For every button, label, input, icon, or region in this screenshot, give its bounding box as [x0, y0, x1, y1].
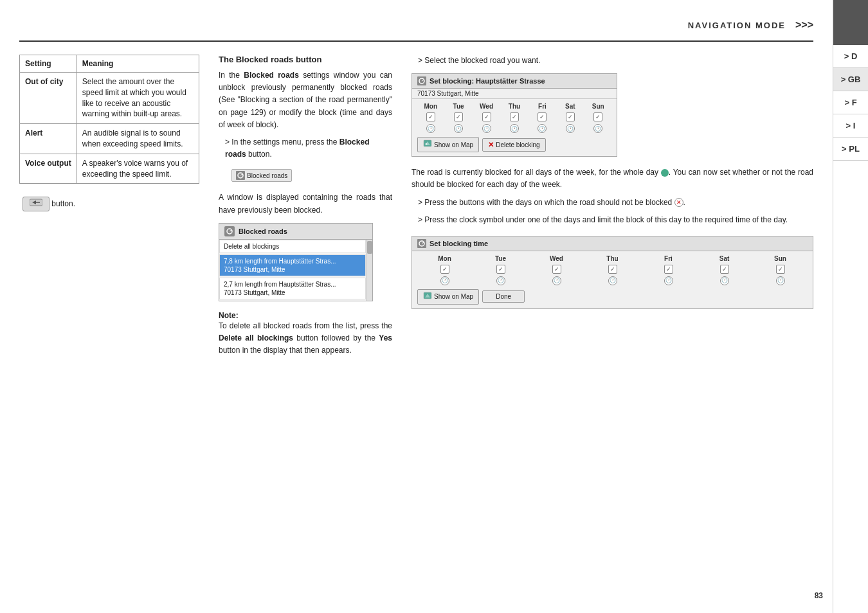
blocking-actions: Show on Map ✕ Delete blocking — [417, 137, 611, 152]
svg-line-6 — [230, 230, 231, 231]
sidebar-top-block — [833, 0, 868, 45]
blocking-icon — [417, 76, 426, 85]
blocked-roads-btn-label: Blocked roads — [247, 172, 287, 179]
sidebar-item-gb[interactable]: > GB — [833, 68, 868, 91]
days-grid-2: Mon Tue Wed Thu Fri Sat Sun — [417, 255, 808, 262]
setting-name-2: Alert — [20, 124, 77, 154]
set-blocking-time-section: Set blocking time Mon Tue Wed Thu Fri Sa… — [411, 236, 813, 309]
col1-header: Setting — [20, 55, 77, 73]
check-wed[interactable] — [473, 112, 500, 121]
heading-text: The Blocked roads button — [219, 55, 321, 64]
list-item[interactable]: 2,7 km length from Hauptstätter Stras...… — [219, 278, 366, 299]
window-title: Blocked roads — [239, 227, 287, 235]
days-grid: Mon Tue Wed Thu Fri Sat Sun — [417, 103, 611, 110]
settings-table: Setting Meaning Out of city Select the a… — [19, 55, 199, 184]
delete-blocking-btn[interactable]: ✕ Delete blocking — [482, 138, 545, 152]
day-thu: Thu — [501, 103, 527, 110]
table-row: Alert An audible signal is to sound when… — [20, 124, 199, 154]
sidebar-item-pl[interactable]: > PL — [833, 138, 868, 161]
check-thu[interactable] — [501, 112, 527, 121]
show-on-map-label-2: Show on Map — [434, 293, 473, 300]
check2-thu[interactable] — [585, 265, 640, 274]
check-fri[interactable] — [529, 112, 556, 121]
green-dot-icon — [661, 169, 669, 177]
step3-text: > Press the clock symbol under one of th… — [411, 214, 813, 226]
confirm-suffix: button. — [51, 199, 75, 208]
list-item[interactable]: Delete all blockings — [219, 240, 366, 253]
check-row-2 — [417, 265, 808, 274]
day-mon: Mon — [417, 103, 444, 110]
blocked-roads-para1: In the Blocked roads settings window you… — [219, 69, 392, 131]
blocking-title-bar: Set blocking: Hauptstätter Strasse — [412, 74, 617, 89]
blocked-roads-btn[interactable]: Blocked roads — [231, 169, 292, 182]
check2-fri[interactable] — [641, 265, 696, 274]
sidebar-item-d[interactable]: > D — [833, 45, 868, 68]
check2-mon[interactable] — [417, 265, 472, 274]
show-on-map-btn[interactable]: Show on Map — [417, 137, 479, 152]
check-sun[interactable] — [585, 112, 611, 121]
scrollbar[interactable] — [366, 240, 372, 301]
sidebar-item-f[interactable]: > F — [833, 91, 868, 114]
delete-blocking-label: Delete blocking — [496, 141, 539, 148]
done-label: Done — [496, 293, 511, 300]
day2-wed: Wed — [529, 255, 584, 262]
done-btn[interactable]: Done — [482, 290, 525, 303]
clock2-sat[interactable]: 🕐 — [697, 276, 752, 285]
col2-header: Meaning — [77, 55, 199, 73]
check2-sat[interactable] — [697, 265, 752, 274]
clock2-fri[interactable]: 🕐 — [641, 276, 696, 285]
day-sun: Sun — [585, 103, 611, 110]
page-number: 83 — [815, 591, 823, 600]
day2-fri: Fri — [641, 255, 696, 262]
check2-sun[interactable] — [753, 265, 808, 274]
blocked-roads-button-mockup: Blocked roads — [231, 166, 392, 185]
day2-sun: Sun — [753, 255, 808, 262]
right-column: > Select the blocked road you want. Set … — [411, 55, 813, 362]
clock-tue[interactable]: 🕐 — [445, 124, 471, 133]
setting-name-1: Out of city — [20, 73, 77, 124]
show-on-map-label: Show on Map — [434, 141, 473, 148]
blocked-roads-icon — [236, 171, 245, 180]
check-sat[interactable] — [557, 112, 583, 121]
blocking-description: The road is currently blocked for all da… — [411, 166, 813, 191]
blocking-body: Mon Tue Wed Thu Fri Sat Sun — [412, 99, 617, 156]
blocked-roads-window: Blocked roads Delete all blockings 7,8 k… — [219, 223, 373, 301]
day-tue: Tue — [445, 103, 471, 110]
set-blocking-time-icon — [417, 239, 426, 248]
confirm-section: button. — [19, 197, 199, 211]
check2-wed[interactable] — [529, 265, 584, 274]
page-title: NAVIGATION MODE — [688, 21, 786, 30]
clock2-wed[interactable]: 🕐 — [529, 276, 584, 285]
clock2-sun[interactable]: 🕐 — [753, 276, 808, 285]
window-list: Delete all blockings 7,8 km length from … — [219, 240, 366, 301]
window-title-bar: Blocked roads — [219, 224, 372, 240]
left-column: Setting Meaning Out of city Select the a… — [19, 55, 199, 362]
setting-meaning-2: An audible signal is to sound when excee… — [77, 124, 199, 154]
sidebar-item-i[interactable]: > I — [833, 114, 868, 138]
ok-button[interactable] — [23, 197, 50, 211]
check-tue[interactable] — [445, 112, 471, 121]
clock2-mon[interactable]: 🕐 — [417, 276, 472, 285]
x-circle-icon: ✕ — [674, 198, 683, 207]
clock2-tue[interactable]: 🕐 — [473, 276, 528, 285]
sidebar-label-f: > F — [844, 98, 856, 107]
check-row — [417, 112, 611, 121]
check2-tue[interactable] — [473, 265, 528, 274]
check-mon[interactable] — [417, 112, 444, 121]
clock-row: 🕐 🕐 🕐 🕐 🕐 🕐 🕐 — [417, 124, 611, 133]
clock-thu[interactable]: 🕐 — [501, 124, 527, 133]
clock-sat[interactable]: 🕐 — [557, 124, 583, 133]
clock-wed[interactable]: 🕐 — [473, 124, 500, 133]
clock-mon[interactable]: 🕐 — [417, 124, 444, 133]
clock2-thu[interactable]: 🕐 — [585, 276, 640, 285]
window-body-wrap: Delete all blockings 7,8 km length from … — [219, 240, 372, 301]
table-row: Out of city Select the amount over the s… — [20, 73, 199, 124]
clock-sun[interactable]: 🕐 — [585, 124, 611, 133]
note-label: Note: — [219, 311, 392, 320]
x-icon: ✕ — [488, 141, 494, 149]
blocking-actions-2: Show on Map Done — [417, 289, 808, 305]
show-on-map-btn-2[interactable]: Show on Map — [417, 289, 479, 305]
list-item[interactable]: 7,8 km length from Hauptstätter Stras...… — [219, 254, 366, 276]
clock-fri[interactable]: 🕐 — [529, 124, 556, 133]
day2-tue: Tue — [473, 255, 528, 262]
